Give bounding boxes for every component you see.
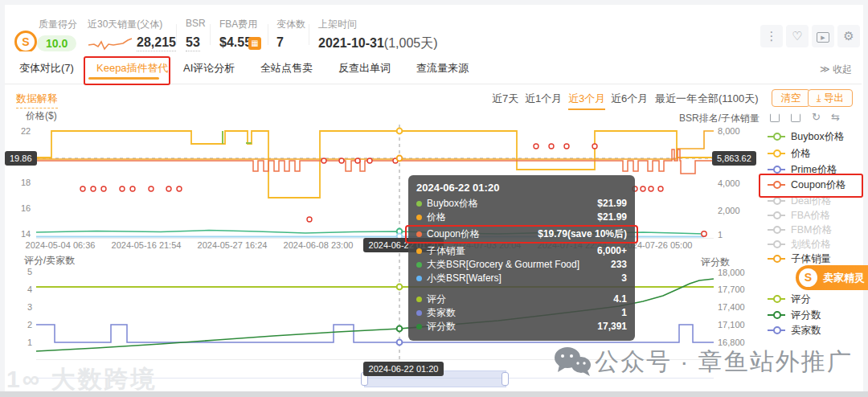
tooltip-label: 子体销量 xyxy=(427,244,465,258)
dot-icon xyxy=(416,276,422,281)
refresh-icon[interactable]: ↻ xyxy=(812,111,821,123)
dot-icon xyxy=(416,324,422,329)
rating-tick-3: 3 xyxy=(27,302,32,312)
legend-marker-icon xyxy=(768,153,785,154)
rating-axis-title: 评分/卖家数 xyxy=(24,254,75,268)
dot-icon xyxy=(416,297,422,302)
dot-icon xyxy=(416,248,422,254)
legend-label: 卖家数 xyxy=(791,324,821,338)
legend-list-price[interactable]: 划线价格 xyxy=(768,238,831,251)
range-1y[interactable]: 最近一年 xyxy=(655,92,697,106)
legend-label: Coupon价格 xyxy=(791,178,846,192)
tooltip-date: 2024-06-22 01:20 xyxy=(416,182,627,194)
tooltip-row-rating: 评分 4.1 xyxy=(416,293,627,306)
range-6m[interactable]: 近6个月 xyxy=(611,92,648,106)
legend-marker-icon xyxy=(768,215,785,216)
tooltip-value: 233 xyxy=(606,258,627,272)
chart-layout-icon[interactable] xyxy=(791,113,800,122)
dot-icon xyxy=(416,215,422,220)
legend-buybox-price[interactable]: Buybox价格 xyxy=(768,130,845,143)
watermark-left-text: 大数跨境 xyxy=(51,366,157,392)
legend-fbm-price[interactable]: FBM价格 xyxy=(768,223,832,236)
clear-button[interactable]: 清空 xyxy=(772,89,810,107)
watermark-logo-icon: 1∞ xyxy=(6,366,42,392)
price-tick-18: 18 xyxy=(21,178,31,187)
legend-marker-icon xyxy=(768,314,785,316)
tooltip-value: 1 xyxy=(616,306,627,320)
legend-marker-icon xyxy=(768,200,785,202)
legend-label: FBA价格 xyxy=(791,209,830,223)
rating-tick-2: 2 xyxy=(27,320,32,329)
x-label-3: 2024-06-08 23:00 xyxy=(270,240,366,250)
sellersprite-watermark-badge: S 卖家精灵 xyxy=(796,265,868,290)
legend-prime-price[interactable]: Prime价格 xyxy=(768,163,837,176)
legend-deal-price[interactable]: Deal价格 xyxy=(768,194,832,207)
bsr-axis-title: BSR排名/子体销量 xyxy=(679,112,760,125)
crosshair-date-badge-bottom: 2024-06-22 01:20 xyxy=(363,362,444,376)
zoom-slider-handle-right[interactable] xyxy=(502,372,509,386)
legend-label: 划线价格 xyxy=(791,238,831,252)
legend-marker-icon xyxy=(768,169,785,170)
legend-label: Deal价格 xyxy=(791,194,832,208)
price-tick-16: 16 xyxy=(21,203,31,213)
bsr-tick-8000: 8,000 xyxy=(718,126,740,136)
reviews-tick-18000: 18,000 xyxy=(718,268,745,277)
tooltip-label: 小类BSR[Wafers] xyxy=(427,272,502,285)
legend-marker-icon xyxy=(768,136,785,137)
tooltip-label: 价格 xyxy=(427,211,446,224)
tooltip-row-price: 价格 $21.99 xyxy=(416,211,627,224)
legend-seller-count[interactable]: 卖家数 xyxy=(768,324,821,337)
range-7d[interactable]: 近7天 xyxy=(492,92,518,106)
sellersprite-s-icon: S xyxy=(799,268,817,287)
legend-label: FBM价格 xyxy=(791,223,832,237)
series-child-sales-line xyxy=(36,131,714,159)
range-all[interactable]: 全部(1100天) xyxy=(698,92,759,106)
sellersprite-badge-label: 卖家精灵 xyxy=(823,271,865,285)
chart-type-icon[interactable] xyxy=(770,113,780,122)
price-tick-22: 22 xyxy=(21,126,31,136)
tooltip-value: 17,391 xyxy=(592,320,627,334)
watermark-dashukuajing: 1∞ 大数跨境 xyxy=(6,363,157,396)
bsr-tick-2000: 2,000 xyxy=(718,206,740,215)
rating-tick-1: 1 xyxy=(27,338,32,347)
tooltip-row-review-count: 评分数 17,391 xyxy=(416,320,627,334)
export-button[interactable]: ⤓ 导出 xyxy=(808,89,853,107)
legend-marker-icon xyxy=(768,244,785,245)
range-1m[interactable]: 近1个月 xyxy=(525,92,562,106)
tooltip-label: Buybox价格 xyxy=(427,197,478,211)
tooltip-label: 评分 xyxy=(427,293,446,306)
series-coupon-line xyxy=(36,149,714,174)
export-label: 导出 xyxy=(824,92,844,104)
legend-marker-icon xyxy=(768,329,785,331)
wechat-icon xyxy=(553,346,592,376)
legend-marker-icon xyxy=(768,298,785,300)
tooltip-label: 评分数 xyxy=(427,320,456,334)
crosshair-left-value-badge: 19.86 xyxy=(5,151,37,166)
legend-child-sales[interactable]: 子体销量 xyxy=(768,252,831,265)
legend-label: 价格 xyxy=(791,147,811,161)
app-window: S 质量得分 10.0 近30天销量(父体) 28,215 BSR 53 FBA… xyxy=(0,0,868,397)
legend-coupon-price[interactable]: Coupon价格 xyxy=(768,178,846,191)
legend-marker-icon xyxy=(768,229,785,231)
tooltip-row-buybox: Buybox价格 $21.99 xyxy=(416,197,627,211)
legend-fba-price[interactable]: FBA价格 xyxy=(768,209,830,222)
legend-marker-icon xyxy=(768,258,785,260)
tooltip-row-sellers: 卖家数 1 xyxy=(416,306,627,320)
tooltip-value: 4.1 xyxy=(608,293,627,306)
x-label-1: 2024-05-16 21:54 xyxy=(98,240,194,250)
dot-icon xyxy=(416,201,422,207)
tooltip-value: $21.99 xyxy=(592,211,627,224)
tooltip-value: $19.79(save 10%后) xyxy=(533,227,627,241)
data-explain-link[interactable]: 数据解释 xyxy=(16,92,58,108)
reviews-tick-17700: 17,700 xyxy=(718,284,745,294)
legend-review-count[interactable]: 评分数 xyxy=(768,309,821,321)
legend-rating[interactable]: 评分 xyxy=(768,293,811,305)
tooltip-row-main-bsr: 大类BSR[Grocery & Gourmet Food] 233 xyxy=(416,258,627,272)
swap-axes-icon[interactable]: ⇆ xyxy=(831,111,840,123)
dot-icon xyxy=(416,262,422,268)
reviews-tick-17400: 17,400 xyxy=(718,302,745,312)
tooltip-value: 3 xyxy=(616,272,627,285)
bsr-tick-4000: 4,000 xyxy=(718,178,740,188)
range-3m[interactable]: 近3个月 xyxy=(568,92,605,110)
legend-price[interactable]: 价格 xyxy=(768,147,811,160)
